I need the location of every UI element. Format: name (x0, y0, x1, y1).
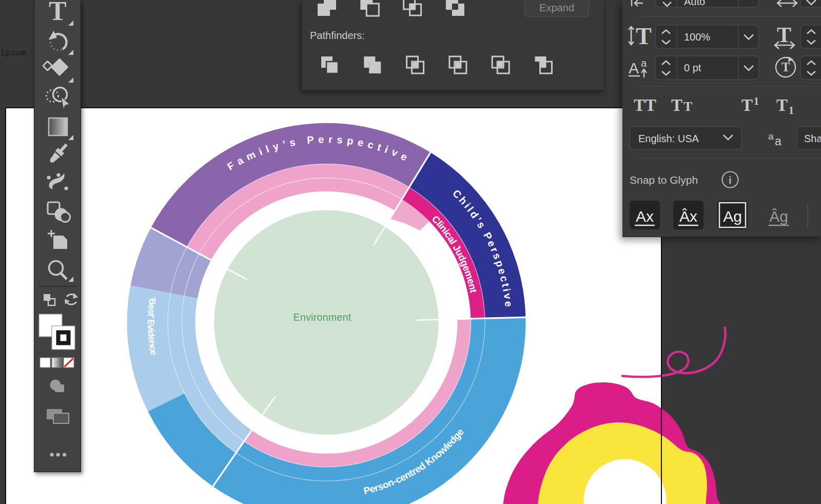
svg-text:Environment: Environment (294, 312, 351, 323)
svg-text:A: A (629, 60, 639, 76)
svg-text:100%: 100% (684, 31, 710, 43)
svg-text:1: 1 (789, 105, 794, 116)
svg-text:0 pt: 0 pt (684, 62, 701, 73)
svg-text:T: T (777, 23, 791, 47)
svg-text:Snap to Glyph: Snap to Glyph (630, 174, 698, 186)
svg-text:T: T (781, 60, 790, 74)
svg-text:Auto: Auto (684, 0, 705, 7)
svg-text:Âx: Âx (679, 208, 697, 225)
svg-text:a: a (775, 134, 781, 148)
svg-text:T: T (49, 0, 67, 26)
svg-text:i: i (729, 175, 732, 186)
svg-text:T: T (776, 96, 788, 114)
svg-text:T: T (683, 99, 692, 114)
svg-text:a: a (768, 131, 774, 142)
svg-text:English: USA: English: USA (638, 133, 699, 144)
svg-text:Ax: Ax (636, 208, 654, 225)
svg-text:TT: TT (634, 96, 656, 114)
svg-text:T: T (636, 23, 652, 49)
svg-text:T: T (741, 96, 753, 114)
svg-text:Âg: Âg (769, 208, 788, 225)
svg-text:1: 1 (754, 95, 759, 107)
svg-text:a: a (641, 57, 647, 69)
svg-text:Ag: Ag (723, 208, 742, 225)
svg-text:Sha: Sha (804, 133, 821, 144)
svg-text:T: T (671, 96, 682, 114)
